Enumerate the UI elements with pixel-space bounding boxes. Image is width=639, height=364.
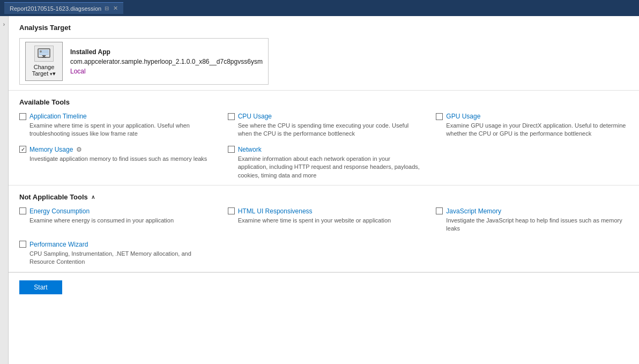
tool-energy-consumption: Energy Consumption Examine where energy … xyxy=(19,207,212,233)
cpu-usage-desc: See where the CPU is spending time execu… xyxy=(228,122,420,138)
energy-consumption-desc: Examine where energy is consumed in your… xyxy=(19,217,212,225)
html-ui-desc: Examine where time is spent in your webs… xyxy=(228,217,420,225)
html-ui-name[interactable]: HTML UI Responsiveness xyxy=(238,207,313,215)
target-box: Change Target ▾▾ Installed App com.appce… xyxy=(19,38,269,85)
na-tool-empty-1 xyxy=(228,241,420,266)
analysis-target-section: Analysis Target xyxy=(9,16,639,91)
tool-empty xyxy=(436,146,628,180)
energy-consumption-checkbox[interactable] xyxy=(19,207,26,214)
gpu-usage-desc: Examine GPU usage in your DirectX applic… xyxy=(436,122,628,138)
performance-wizard-desc: CPU Sampling, Instrumentation, .NET Memo… xyxy=(19,250,212,266)
javascript-memory-name[interactable]: JavaScript Memory xyxy=(446,207,501,215)
tool-network: Network Examine information about each n… xyxy=(228,146,420,180)
change-target-icon xyxy=(34,46,54,62)
tool-gpu-usage: GPU Usage Examine GPU usage in your Dire… xyxy=(436,113,628,138)
title-bar: Report20170515-1623.diagsession ⊟ ✕ xyxy=(0,0,639,16)
performance-wizard-name[interactable]: Performance Wizard xyxy=(29,241,88,248)
na-tool-empty-2 xyxy=(436,241,628,266)
network-name[interactable]: Network xyxy=(238,146,262,153)
target-info: Installed App com.appcelerator.sample.hy… xyxy=(70,48,263,75)
not-applicable-section: Not Applicable Tools ∧ Energy Consumptio… xyxy=(9,185,639,272)
not-applicable-tools-grid: Energy Consumption Examine where energy … xyxy=(19,207,628,266)
network-desc: Examine information about each network o… xyxy=(228,155,420,180)
application-timeline-desc: Examine where time is spent in your appl… xyxy=(19,122,212,138)
start-section: Start xyxy=(9,273,639,302)
installed-app-label: Installed App xyxy=(70,48,263,56)
gpu-usage-checkbox[interactable] xyxy=(436,113,443,120)
change-target-button[interactable]: Change Target ▾▾ xyxy=(25,42,63,81)
application-timeline-checkbox[interactable] xyxy=(19,113,26,120)
tool-application-timeline: Application Timeline Examine where time … xyxy=(19,113,212,138)
memory-usage-desc: Investigate application memory to find i… xyxy=(19,155,212,163)
available-tools-header: Available Tools xyxy=(19,98,628,106)
analysis-target-header: Analysis Target xyxy=(19,24,628,32)
cpu-usage-checkbox[interactable] xyxy=(228,113,235,120)
tab-label: Report20170515-1623.diagsession xyxy=(10,5,101,12)
memory-usage-name[interactable]: Memory Usage xyxy=(29,146,73,153)
tool-javascript-memory: JavaScript Memory Investigate the JavaSc… xyxy=(436,207,628,233)
tool-cpu-usage: CPU Usage See where the CPU is spending … xyxy=(228,113,420,138)
energy-consumption-name[interactable]: Energy Consumption xyxy=(29,207,90,215)
cpu-usage-name[interactable]: CPU Usage xyxy=(238,113,272,120)
tab-item[interactable]: Report20170515-1623.diagsession ⊟ ✕ xyxy=(4,2,123,14)
gpu-usage-name[interactable]: GPU Usage xyxy=(446,113,480,120)
tool-html-ui: HTML UI Responsiveness Examine where tim… xyxy=(228,207,420,233)
available-tools-grid: Application Timeline Examine where time … xyxy=(19,113,628,180)
svg-point-4 xyxy=(40,50,42,53)
not-applicable-header: Not Applicable Tools ∧ xyxy=(19,193,628,201)
tool-memory-usage: ✓ Memory Usage ⚙ Investigate application… xyxy=(19,146,212,180)
not-applicable-title: Not Applicable Tools xyxy=(19,193,88,201)
available-tools-section: Available Tools Application Timeline Exa… xyxy=(9,91,639,185)
app-name: com.appcelerator.sample.hyperloop_2.1.0.… xyxy=(70,58,263,65)
tab-close-icon[interactable]: ✕ xyxy=(113,5,118,12)
content-area: Analysis Target xyxy=(9,16,639,364)
javascript-memory-checkbox[interactable] xyxy=(436,207,443,214)
collapse-arrow-icon[interactable]: ∧ xyxy=(91,194,95,200)
tool-performance-wizard: Performance Wizard CPU Sampling, Instrum… xyxy=(19,241,212,266)
application-timeline-name[interactable]: Application Timeline xyxy=(29,113,87,120)
app-location: Local xyxy=(70,68,263,75)
sidebar-collapse-arrow[interactable]: › xyxy=(0,16,9,364)
javascript-memory-desc: Investigate the JavaScript heap to help … xyxy=(436,217,628,233)
network-checkbox[interactable] xyxy=(228,146,235,153)
memory-usage-checkbox[interactable]: ✓ xyxy=(19,146,26,153)
html-ui-checkbox[interactable] xyxy=(228,207,235,214)
start-button[interactable]: Start xyxy=(19,280,62,294)
change-target-label: Change Target ▾▾ xyxy=(31,64,57,77)
performance-wizard-checkbox[interactable] xyxy=(19,241,26,248)
main-layout: › Analysis Target xyxy=(0,16,639,364)
tab-pin-icon[interactable]: ⊟ xyxy=(105,5,109,11)
memory-usage-gear-icon[interactable]: ⚙ xyxy=(76,146,82,153)
